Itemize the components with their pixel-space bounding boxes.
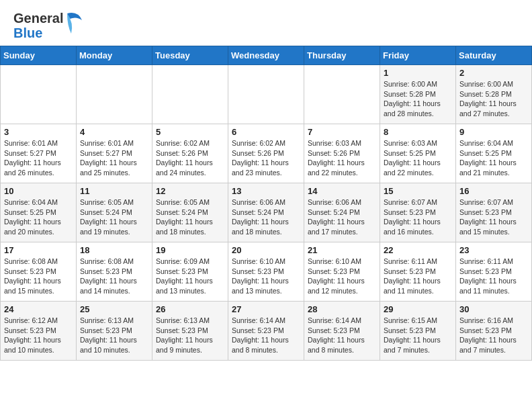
day-number: 7 xyxy=(308,127,376,137)
calendar-cell: 10Sunrise: 6:04 AM Sunset: 5:25 PM Dayli… xyxy=(1,183,77,242)
calendar-cell: 17Sunrise: 6:08 AM Sunset: 5:23 PM Dayli… xyxy=(1,242,77,302)
calendar-cell: 18Sunrise: 6:08 AM Sunset: 5:23 PM Dayli… xyxy=(77,242,152,302)
day-number: 24 xyxy=(4,304,73,314)
calendar-cell: 8Sunrise: 6:03 AM Sunset: 5:25 PM Daylig… xyxy=(380,124,456,183)
weekday-header-row: SundayMondayTuesdayWednesdayThursdayFrid… xyxy=(1,46,532,65)
calendar-cell: 21Sunrise: 6:10 AM Sunset: 5:23 PM Dayli… xyxy=(304,242,380,302)
logo-blue-text: Blue xyxy=(13,26,63,40)
calendar-cell: 5Sunrise: 6:02 AM Sunset: 5:26 PM Daylig… xyxy=(152,124,228,183)
day-info: Sunrise: 6:16 AM Sunset: 5:23 PM Dayligh… xyxy=(459,316,528,355)
calendar-cell xyxy=(1,65,77,124)
day-number: 27 xyxy=(232,304,300,314)
day-info: Sunrise: 6:07 AM Sunset: 5:23 PM Dayligh… xyxy=(384,197,452,237)
calendar-cell: 12Sunrise: 6:05 AM Sunset: 5:24 PM Dayli… xyxy=(152,183,228,242)
week-row-1: 1Sunrise: 6:00 AM Sunset: 5:28 PM Daylig… xyxy=(1,65,532,124)
day-info: Sunrise: 6:00 AM Sunset: 5:28 PM Dayligh… xyxy=(384,79,452,119)
day-info: Sunrise: 6:09 AM Sunset: 5:23 PM Dayligh… xyxy=(156,257,224,296)
calendar-cell: 20Sunrise: 6:10 AM Sunset: 5:23 PM Dayli… xyxy=(228,242,304,302)
day-info: Sunrise: 6:03 AM Sunset: 5:26 PM Dayligh… xyxy=(308,138,376,178)
day-info: Sunrise: 6:02 AM Sunset: 5:26 PM Dayligh… xyxy=(156,138,224,178)
weekday-header-tuesday: Tuesday xyxy=(152,46,228,65)
calendar-cell: 4Sunrise: 6:01 AM Sunset: 5:27 PM Daylig… xyxy=(77,124,152,183)
day-info: Sunrise: 6:01 AM Sunset: 5:27 PM Dayligh… xyxy=(80,138,148,178)
day-number: 9 xyxy=(459,127,528,137)
weekday-header-sunday: Sunday xyxy=(1,46,77,65)
day-number: 15 xyxy=(384,186,452,196)
calendar-cell: 16Sunrise: 6:07 AM Sunset: 5:23 PM Dayli… xyxy=(456,183,532,242)
day-number: 5 xyxy=(156,127,224,137)
day-number: 14 xyxy=(308,186,376,196)
day-number: 12 xyxy=(156,186,224,196)
calendar-cell: 15Sunrise: 6:07 AM Sunset: 5:23 PM Dayli… xyxy=(380,183,456,242)
day-info: Sunrise: 6:00 AM Sunset: 5:28 PM Dayligh… xyxy=(459,79,528,119)
day-number: 18 xyxy=(80,245,148,255)
weekday-header-monday: Monday xyxy=(77,46,152,65)
day-number: 2 xyxy=(459,68,528,78)
calendar-cell: 6Sunrise: 6:02 AM Sunset: 5:26 PM Daylig… xyxy=(228,124,304,183)
calendar-cell: 27Sunrise: 6:14 AM Sunset: 5:23 PM Dayli… xyxy=(228,302,304,361)
day-info: Sunrise: 6:04 AM Sunset: 5:25 PM Dayligh… xyxy=(4,197,73,237)
day-number: 4 xyxy=(80,127,148,137)
calendar-cell: 3Sunrise: 6:01 AM Sunset: 5:27 PM Daylig… xyxy=(1,124,77,183)
day-number: 22 xyxy=(384,245,452,255)
calendar-cell: 19Sunrise: 6:09 AM Sunset: 5:23 PM Dayli… xyxy=(152,242,228,302)
day-info: Sunrise: 6:05 AM Sunset: 5:24 PM Dayligh… xyxy=(156,197,224,237)
calendar-cell: 13Sunrise: 6:06 AM Sunset: 5:24 PM Dayli… xyxy=(228,183,304,242)
day-number: 26 xyxy=(156,304,224,314)
calendar-cell: 14Sunrise: 6:06 AM Sunset: 5:24 PM Dayli… xyxy=(304,183,380,242)
logo-general-text: General xyxy=(13,11,63,26)
week-row-5: 24Sunrise: 6:12 AM Sunset: 5:23 PM Dayli… xyxy=(1,302,532,361)
calendar-cell xyxy=(77,65,152,124)
day-number: 28 xyxy=(308,304,376,314)
day-info: Sunrise: 6:06 AM Sunset: 5:24 PM Dayligh… xyxy=(232,197,300,237)
day-info: Sunrise: 6:10 AM Sunset: 5:23 PM Dayligh… xyxy=(232,257,300,296)
day-info: Sunrise: 6:14 AM Sunset: 5:23 PM Dayligh… xyxy=(308,316,376,355)
day-number: 3 xyxy=(4,127,73,137)
day-number: 6 xyxy=(232,127,300,137)
calendar-cell: 30Sunrise: 6:16 AM Sunset: 5:23 PM Dayli… xyxy=(456,302,532,361)
day-number: 23 xyxy=(459,245,528,255)
day-info: Sunrise: 6:13 AM Sunset: 5:23 PM Dayligh… xyxy=(80,316,148,355)
logo: General Blue xyxy=(13,11,83,40)
day-number: 10 xyxy=(4,186,73,196)
day-number: 20 xyxy=(232,245,300,255)
day-number: 19 xyxy=(156,245,224,255)
day-number: 11 xyxy=(80,186,148,196)
day-info: Sunrise: 6:11 AM Sunset: 5:23 PM Dayligh… xyxy=(384,257,452,296)
day-info: Sunrise: 6:15 AM Sunset: 5:23 PM Dayligh… xyxy=(384,316,452,355)
page-header: General Blue xyxy=(0,0,532,46)
day-info: Sunrise: 6:04 AM Sunset: 5:25 PM Dayligh… xyxy=(459,138,528,178)
day-info: Sunrise: 6:11 AM Sunset: 5:23 PM Dayligh… xyxy=(459,257,528,296)
weekday-header-thursday: Thursday xyxy=(304,46,380,65)
calendar-cell xyxy=(228,65,304,124)
logo-swoosh-icon xyxy=(64,11,83,38)
day-number: 21 xyxy=(308,245,376,255)
calendar-cell: 2Sunrise: 6:00 AM Sunset: 5:28 PM Daylig… xyxy=(456,65,532,124)
day-info: Sunrise: 6:05 AM Sunset: 5:24 PM Dayligh… xyxy=(80,197,148,237)
calendar-cell: 26Sunrise: 6:13 AM Sunset: 5:23 PM Dayli… xyxy=(152,302,228,361)
day-number: 8 xyxy=(384,127,452,137)
weekday-header-friday: Friday xyxy=(380,46,456,65)
week-row-3: 10Sunrise: 6:04 AM Sunset: 5:25 PM Dayli… xyxy=(1,183,532,242)
day-info: Sunrise: 6:07 AM Sunset: 5:23 PM Dayligh… xyxy=(459,197,528,237)
day-info: Sunrise: 6:13 AM Sunset: 5:23 PM Dayligh… xyxy=(156,316,224,355)
day-info: Sunrise: 6:08 AM Sunset: 5:23 PM Dayligh… xyxy=(80,257,148,296)
calendar-cell: 11Sunrise: 6:05 AM Sunset: 5:24 PM Dayli… xyxy=(77,183,152,242)
calendar-cell: 1Sunrise: 6:00 AM Sunset: 5:28 PM Daylig… xyxy=(380,65,456,124)
calendar-cell: 23Sunrise: 6:11 AM Sunset: 5:23 PM Dayli… xyxy=(456,242,532,302)
weekday-header-wednesday: Wednesday xyxy=(228,46,304,65)
day-number: 17 xyxy=(4,245,73,255)
calendar-cell: 7Sunrise: 6:03 AM Sunset: 5:26 PM Daylig… xyxy=(304,124,380,183)
week-row-2: 3Sunrise: 6:01 AM Sunset: 5:27 PM Daylig… xyxy=(1,124,532,183)
day-info: Sunrise: 6:03 AM Sunset: 5:25 PM Dayligh… xyxy=(384,138,452,178)
day-info: Sunrise: 6:08 AM Sunset: 5:23 PM Dayligh… xyxy=(4,257,73,296)
day-info: Sunrise: 6:12 AM Sunset: 5:23 PM Dayligh… xyxy=(4,316,73,355)
day-number: 13 xyxy=(232,186,300,196)
calendar-cell: 22Sunrise: 6:11 AM Sunset: 5:23 PM Dayli… xyxy=(380,242,456,302)
calendar-cell xyxy=(304,65,380,124)
day-number: 25 xyxy=(80,304,148,314)
day-number: 30 xyxy=(459,304,528,314)
day-info: Sunrise: 6:10 AM Sunset: 5:23 PM Dayligh… xyxy=(308,257,376,296)
calendar-cell: 9Sunrise: 6:04 AM Sunset: 5:25 PM Daylig… xyxy=(456,124,532,183)
calendar-cell: 24Sunrise: 6:12 AM Sunset: 5:23 PM Dayli… xyxy=(1,302,77,361)
